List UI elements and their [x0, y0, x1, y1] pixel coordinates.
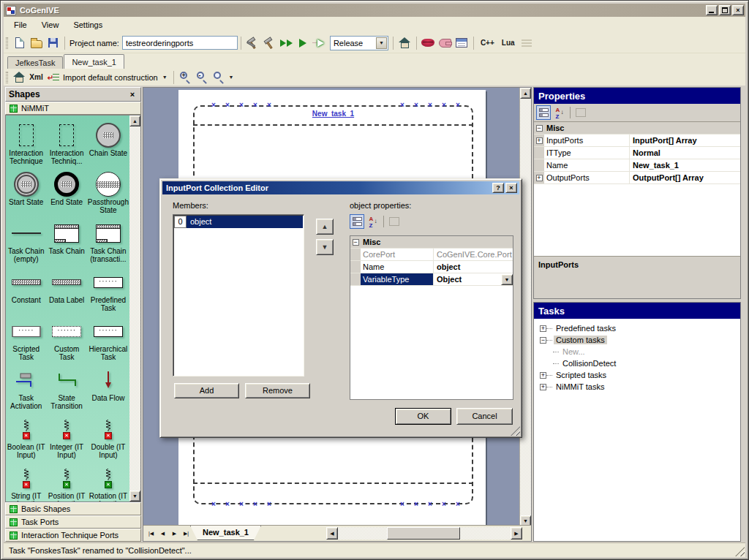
shape-interaction-technique[interactable]: Interaction Technique: [6, 121, 46, 168]
shape-task-chain-empty[interactable]: Task Chain (empty): [6, 219, 46, 266]
shape-double-it-input[interactable]: ×Double (IT Input): [87, 415, 129, 462]
members-listbox[interactable]: 0 object: [173, 214, 304, 377]
tree-item-custom-tasks[interactable]: −Custom tasks: [534, 334, 740, 346]
property-row-coreport[interactable]: CorePortCoGenIVE.Core.Port: [350, 249, 513, 261]
shape-end-state[interactable]: End State: [46, 170, 86, 217]
shapes-close-icon[interactable]: ×: [127, 90, 138, 99]
window-resize-grip[interactable]: [735, 547, 745, 556]
expand-icon[interactable]: +: [536, 175, 543, 181]
tree-item-collisiondetect[interactable]: CollisionDetect: [534, 357, 740, 369]
property-pages-button[interactable]: [573, 105, 588, 120]
build-config-combo[interactable]: Release ▼: [330, 36, 388, 50]
port-x-marker[interactable]: ×: [211, 102, 216, 108]
next-tab-icon[interactable]: ▶: [169, 528, 180, 540]
property-pages-button[interactable]: [387, 214, 402, 229]
last-tab-icon[interactable]: ▶|: [181, 528, 192, 540]
port-x-marker[interactable]: ×: [428, 102, 432, 108]
run-fast-button[interactable]: [278, 35, 295, 51]
new-project-button[interactable]: [11, 35, 28, 51]
zoom-dropdown-icon[interactable]: ▼: [229, 75, 234, 80]
canvas-sheet-tab[interactable]: New_task_1: [190, 526, 261, 540]
category-row-misc[interactable]: −Misc: [534, 122, 740, 135]
ok-button[interactable]: OK: [395, 408, 451, 425]
shape-predefined-task[interactable]: ······Predefined Task: [87, 268, 129, 315]
categorized-view-button[interactable]: [350, 214, 364, 229]
expand-icon[interactable]: +: [536, 137, 543, 144]
toolbar-grip[interactable]: [6, 72, 8, 83]
scrollbar-thumb[interactable]: [387, 527, 460, 540]
shape-custom-task[interactable]: ······Custom Task: [46, 317, 86, 364]
port-x-marker[interactable]: ×: [400, 102, 404, 108]
shape-task-chain[interactable]: Task Chain: [46, 219, 86, 266]
shapes-group-nimmit[interactable]: NiMMiT: [5, 102, 141, 115]
window-titlebar[interactable]: CoGenIVE ×: [4, 4, 745, 17]
shape-rotation-it-input[interactable]: ×Rotation (IT Input): [87, 464, 129, 502]
import-button[interactable]: ↵: [45, 69, 61, 86]
move-up-button[interactable]: ▲: [316, 219, 334, 235]
shape-string-it-input[interactable]: ×String (IT Input): [6, 464, 46, 502]
port-x-marker[interactable]: ×: [239, 502, 244, 507]
port-x-marker[interactable]: ×: [267, 102, 271, 108]
dialog-titlebar[interactable]: InputPort Collection Editor ? ×: [162, 181, 519, 194]
minimize-button[interactable]: [706, 5, 718, 15]
category-row-misc[interactable]: −Misc: [350, 236, 513, 249]
maximize-button[interactable]: [719, 5, 731, 15]
shape-start-state[interactable]: Start State: [6, 170, 46, 217]
tree-item-predefined-tasks[interactable]: +Predefined tasks: [534, 322, 740, 334]
shape-position-it-input[interactable]: ×Position (IT Input): [46, 464, 86, 502]
port-x-marker[interactable]: ×: [456, 502, 460, 507]
shapes-group-basic-shapes[interactable]: Basic Shapes: [5, 502, 141, 515]
tree-item-nimmit-tasks[interactable]: +NiMMiT tasks: [534, 381, 740, 393]
tree-item-new[interactable]: New...: [534, 346, 740, 357]
add-button[interactable]: Add: [174, 383, 239, 398]
expand-icon[interactable]: +: [540, 384, 546, 390]
tree-item-scripted-tasks[interactable]: +Scripted tasks: [534, 369, 740, 381]
property-value[interactable]: New_task_1: [630, 159, 740, 171]
shape-task-chain-transacti[interactable]: Task Chain (transacti...: [87, 219, 129, 266]
shape-data-label[interactable]: Data Label: [46, 268, 86, 315]
move-down-button[interactable]: ▼: [316, 239, 334, 255]
shapes-group-task-ports[interactable]: Task Ports: [5, 515, 141, 529]
shapes-group-it-ports[interactable]: Interaction Technique Ports: [5, 529, 141, 542]
zoom-level-button[interactable]: [211, 69, 227, 86]
port-x-marker[interactable]: ×: [428, 502, 432, 507]
combo-dropdown-icon[interactable]: ▼: [376, 37, 387, 49]
open-project-button[interactable]: [28, 35, 45, 51]
property-row-inputports[interactable]: +InputPortsInputPort[] Array: [534, 135, 740, 147]
lua-button[interactable]: Lua: [498, 39, 519, 47]
tab-new-task-1[interactable]: New_task_1: [64, 54, 124, 69]
shape-chain-state[interactable]: Chain State: [87, 121, 129, 168]
property-row-name[interactable]: Nameobject: [350, 261, 513, 273]
shapes-scrollbar[interactable]: ▲ ▼: [129, 116, 140, 502]
step-button[interactable]: [312, 35, 328, 51]
property-value[interactable]: CoGenIVE.Core.Port: [434, 249, 513, 260]
property-value[interactable]: Object▼: [434, 273, 513, 285]
shape-constant[interactable]: Constant: [6, 268, 46, 315]
toolbar-grip[interactable]: [6, 37, 8, 49]
menu-settings[interactable]: Settings: [66, 18, 110, 31]
expand-icon[interactable]: +: [540, 325, 546, 332]
expand-icon[interactable]: +: [540, 372, 546, 379]
project-name-input[interactable]: [122, 36, 238, 50]
port-x-marker[interactable]: ×: [253, 502, 257, 507]
port-x-marker[interactable]: ×: [253, 102, 257, 108]
first-tab-icon[interactable]: |◀: [146, 528, 157, 540]
property-value[interactable]: OutputPort[] Array: [630, 172, 740, 183]
port-x-marker[interactable]: ×: [456, 102, 460, 108]
port-x-marker[interactable]: ×: [267, 502, 271, 507]
import-default-construction-label[interactable]: Import default construction: [63, 73, 158, 82]
member-row-selected[interactable]: 0 object: [174, 216, 303, 228]
cancel-button[interactable]: Cancel: [456, 408, 513, 425]
property-row-outputports[interactable]: +OutputPortsOutputPort[] Array: [534, 172, 740, 184]
shape-state-transition[interactable]: State Transition: [46, 366, 86, 413]
build-all-button[interactable]: [244, 35, 261, 51]
menu-file[interactable]: File: [7, 18, 34, 31]
port-x-marker[interactable]: ×: [239, 102, 244, 108]
dialog-resize-grip[interactable]: [511, 426, 520, 436]
value-dropdown-icon[interactable]: ▼: [501, 274, 513, 285]
close-button[interactable]: ×: [732, 5, 744, 15]
alphabetical-sort-button[interactable]: AZ↓: [366, 214, 380, 229]
cpp-button[interactable]: C++: [477, 39, 498, 47]
property-value[interactable]: object: [434, 261, 513, 273]
home-button[interactable]: [396, 35, 413, 51]
